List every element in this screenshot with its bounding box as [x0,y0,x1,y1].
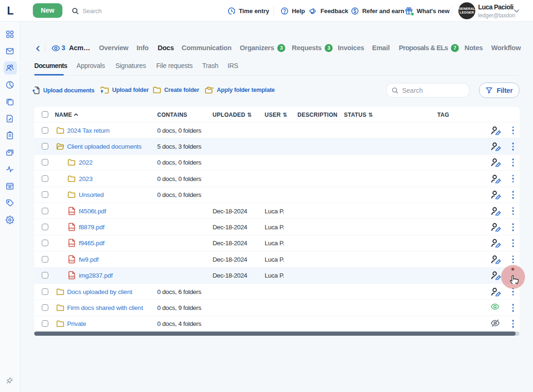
svg-text:PDF: PDF [69,211,75,214]
svg-text:PDF: PDF [69,243,75,246]
svg-text:PDF: PDF [69,275,75,278]
svg-text:PDF: PDF [69,259,75,262]
svg-text:PDF: PDF [69,227,75,230]
